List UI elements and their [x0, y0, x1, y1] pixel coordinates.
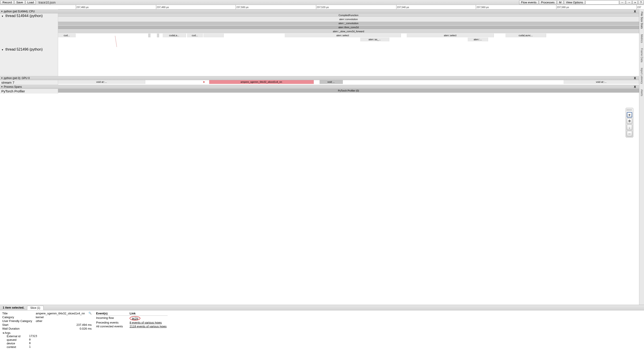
flow-events-button[interactable]: Flow events — [519, 0, 538, 5]
view-options-button[interactable]: View Options — [564, 0, 585, 5]
pointer-tool-button[interactable]: ➤ — [627, 112, 632, 117]
slice[interactable]: aten::_slow_conv2d_forward — [58, 30, 639, 33]
ruler-tick: 237,560 μs — [476, 5, 489, 9]
pointer-icon: ➤ — [627, 112, 632, 117]
collapse-icon: ▼ — [1, 49, 4, 51]
slice[interactable] — [157, 34, 159, 37]
side-tab-frame-data[interactable]: Frame Data — [640, 47, 643, 64]
nav-left-button[interactable]: ← — [620, 0, 626, 5]
timing-tool-button[interactable]: ↔ — [627, 131, 632, 136]
track-label[interactable]: stream 7 — [0, 80, 58, 85]
ruler-tick: 237,480 μs — [156, 5, 169, 9]
slice[interactable]: void ... — [320, 80, 343, 84]
slice[interactable]: cudaLa... — [163, 34, 186, 37]
details-panel: 1 item selected. Slice (1) Titleampere_s… — [0, 305, 644, 354]
track-content[interactable]: void at::... ▶ ampere_sgemm_64x32_sliced… — [58, 80, 639, 85]
track-label[interactable]: PyTorch Profiler — [0, 89, 58, 94]
slice[interactable]: aten::... — [468, 38, 488, 41]
trace-scroll[interactable]: ▼ python (pid 514944): CPU X ▼ thread 51… — [0, 10, 639, 305]
section-header-gpu[interactable]: ▼ python (pid 0): GPU 0 X — [0, 76, 639, 80]
collapse-icon[interactable]: ▼ — [2, 332, 4, 334]
filename-label: trace10.json — [38, 1, 56, 4]
slice[interactable]: aten::_convolution — [58, 22, 639, 25]
link-key: All connected events — [96, 325, 130, 328]
stream-name: stream 7 — [1, 81, 14, 84]
track-row-thread2: ▼ thread 521496 (python) — [0, 47, 639, 76]
track-content[interactable] — [58, 47, 639, 76]
record-button[interactable]: Record — [0, 0, 14, 5]
zoom-tool-button[interactable]: ↓ — [627, 125, 632, 130]
track-label[interactable]: ▼ thread 521496 (python) — [0, 47, 58, 76]
connected-events-link[interactable]: 2118 events of various types — [130, 325, 167, 328]
help-button[interactable]: ? — [638, 0, 644, 5]
side-tab-file-size-stats[interactable]: File Size Stats — [640, 10, 643, 30]
track-row-stream: stream 7 void at::... ▶ ampere_sgemm_64x… — [0, 80, 639, 85]
preceding-events-link[interactable]: 8 events of various types — [130, 321, 162, 324]
slice[interactable]: aten::convolution — [58, 18, 639, 21]
slice[interactable]: CompiledFunction — [58, 14, 639, 17]
slice[interactable]: void at::... — [564, 80, 639, 84]
save-button[interactable]: Save — [14, 0, 25, 5]
ruler-tick: 237,580 μs — [556, 5, 569, 9]
arg-value: 17323 — [29, 334, 37, 338]
close-section-button[interactable]: X — [634, 85, 636, 89]
ruler-tick: 237,540 μs — [396, 5, 409, 9]
section-header-spans[interactable]: ▼ Process Spans X — [0, 85, 639, 89]
section-header-cpu[interactable]: ▼ python (pid 514944): CPU X — [0, 10, 639, 14]
slice[interactable]: cudaLaunc... — [506, 34, 546, 37]
slice[interactable]: aten::select — [407, 34, 494, 37]
right-side-tabs: File Size StatsMetricsFrame DataInput La… — [639, 10, 644, 305]
track-content[interactable]: PyTorch Profiler (0) — [58, 89, 639, 94]
close-section-button[interactable]: X — [634, 10, 636, 13]
side-tab-alerts[interactable]: Alerts — [640, 88, 643, 98]
flow-arrow-icon: ▶ — [203, 81, 205, 83]
slice[interactable]: cud... — [58, 34, 76, 37]
search-icon[interactable]: 🔍 — [88, 312, 92, 315]
section-title: python (pid 0): GPU 0 — [4, 77, 30, 80]
top-toolbar: Record Save Load trace10.json Flow event… — [0, 0, 644, 5]
link-key: Preceding events — [96, 321, 130, 324]
slice[interactable] — [148, 34, 150, 37]
slice[interactable] — [203, 34, 224, 37]
section-title: Process Spans — [4, 85, 22, 88]
trace-area: ▼ python (pid 514944): CPU X ▼ thread 51… — [0, 10, 644, 305]
slice[interactable]: PyTorch Profiler (0) — [58, 89, 639, 93]
palette-gripper-icon[interactable] — [627, 109, 632, 111]
detail-value: ampere_sgemm_64x32_sliced1x4_nn🔍 — [36, 312, 92, 315]
processes-button[interactable]: Processes — [539, 0, 557, 5]
load-button[interactable]: Load — [26, 0, 36, 5]
tool-palette[interactable]: ➤ ✥ ↓ ↔ — [626, 108, 633, 137]
track-content[interactable]: CompiledFunction aten::convolution aten:… — [58, 14, 639, 47]
slice[interactable]: aten::thnn_conv2d — [58, 26, 639, 29]
detail-key: Wall Duration — [2, 327, 36, 330]
timing-icon: ↔ — [628, 132, 631, 136]
detail-key: User Friendly Category — [2, 319, 36, 323]
pan-tool-button[interactable]: ✥ — [627, 118, 632, 124]
detail-value: 237.494 ms — [36, 323, 92, 326]
tab-slice[interactable]: Slice (1) — [27, 306, 44, 310]
ruler-tick: 237,500 μs — [236, 5, 248, 9]
zoom-icon: ↓ — [628, 125, 630, 129]
collapse-icon: ▼ — [1, 10, 3, 13]
side-tab-metrics[interactable]: Metrics — [640, 33, 643, 44]
slice[interactable]: aten::as_... — [360, 38, 389, 41]
slice[interactable]: aten::select — [285, 34, 401, 37]
ruler-tick: 237,460 μs — [76, 5, 89, 9]
nav-more-button[interactable]: » — [632, 0, 638, 5]
side-tab-input-latency[interactable]: Input Latency — [640, 66, 643, 85]
nav-right-button[interactable]: → — [626, 0, 632, 5]
arg-value: 0 — [29, 338, 30, 341]
slice[interactable]: cud... — [187, 34, 203, 37]
incoming-flow-link[interactable]: ac2g — [132, 317, 138, 320]
track-label[interactable]: ▼ thread 514944 (python) — [0, 14, 58, 47]
ruler-tick: 237,520 μs — [316, 5, 329, 9]
pan-icon: ✥ — [628, 119, 631, 123]
slice[interactable]: void at::... — [58, 80, 145, 84]
search-input[interactable] — [586, 1, 619, 5]
slice-selected[interactable]: ampere_sgemm_64x32_sliced1x4_nn — [209, 80, 314, 84]
time-ruler[interactable]: 237,460 μs237,480 μs237,500 μs237,520 μs… — [58, 5, 644, 10]
close-section-button[interactable]: X — [634, 76, 636, 80]
m-button[interactable]: M — [557, 0, 564, 5]
collapse-icon: ▼ — [1, 15, 4, 18]
args-label: Args — [4, 331, 10, 334]
